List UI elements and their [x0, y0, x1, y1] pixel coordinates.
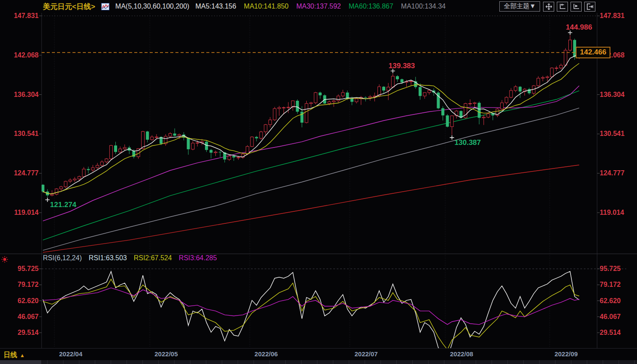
last-price-badge: 142.466	[576, 47, 610, 58]
date-label: 2022/05	[154, 350, 178, 358]
rsi-axis-label-left: 95.725	[0, 265, 39, 273]
price-axis-label-left: 119.014	[0, 208, 39, 217]
price-annotation: 144.986	[566, 23, 592, 32]
price-annotation: 139.383	[389, 62, 415, 70]
rsi-axis-label-right: 79.172	[600, 280, 621, 289]
rsi-header: RSI(6,12,24) RSI1:63.503RSI2:67.524RSI3:…	[43, 254, 217, 262]
ma-legend-item: MA5:143.156	[195, 3, 236, 10]
chart-canvas[interactable]	[0, 0, 637, 364]
price-axis-label-left: 147.831	[0, 12, 39, 20]
price-annotation: 130.387	[455, 138, 481, 147]
price-axis-label-left: 136.304	[0, 90, 39, 99]
price-axis-label-left: 142.068	[0, 51, 39, 60]
rsi-legend: RSI1:63.503RSI2:67.524RSI3:64.285	[89, 254, 217, 262]
header-controls: 全部主题▼	[499, 1, 637, 12]
date-axis-bar	[0, 348, 637, 361]
chart-toolbar	[543, 2, 595, 12]
ma-legend-item: MA60:136.867	[349, 3, 393, 10]
exit-chart-icon[interactable]	[584, 2, 595, 12]
price-axis-label-right: 136.304	[600, 90, 625, 99]
move-icon[interactable]	[543, 2, 554, 12]
date-label: 2022/06	[254, 350, 278, 358]
rsi-axis-label-right: 95.725	[600, 265, 621, 273]
price-annotation: 121.274	[50, 201, 76, 209]
rsi-axis-label-right: 46.067	[600, 313, 621, 321]
ma-legend-item: MA100:134.34	[401, 3, 446, 10]
axis-pan-right-icon[interactable]	[571, 2, 582, 12]
price-axis-label-left: 124.777	[0, 169, 39, 177]
price-axis-label-right: 119.014	[600, 208, 624, 217]
rsi-axis-label-left: 62.620	[0, 297, 39, 305]
period-arrow-icon: ▲	[20, 352, 25, 358]
date-label: 2022/07	[354, 350, 377, 358]
rsi-axis-label-left: 79.172	[0, 280, 39, 289]
period-label: 日线	[3, 351, 17, 360]
trading-terminal: 美元日元<日线> MA(5,10,30,60,100,200) MA5:143.…	[0, 0, 637, 364]
scrollbar-thumb[interactable]	[0, 360, 41, 364]
rsi-axis-label-right: 29.514	[600, 328, 621, 337]
chart-header: 美元日元<日线> MA(5,10,30,60,100,200) MA5:143.…	[0, 0, 637, 13]
date-label: 2022/04	[59, 350, 82, 358]
rsi-legend-item: RSI2:67.524	[134, 254, 172, 262]
line-chart-icon	[101, 3, 109, 10]
rsi-legend-item: RSI3:64.285	[179, 254, 217, 262]
price-axis-label-right: 130.541	[600, 129, 625, 138]
price-axis-label-right: 124.777	[600, 169, 625, 177]
symbol-title: 美元日元<日线>	[43, 2, 95, 12]
date-label: 2022/09	[555, 350, 578, 358]
indicator-marker-icon[interactable]	[1, 256, 9, 265]
axis-pan-left-icon[interactable]	[557, 2, 568, 12]
rsi-legend-item: RSI1:63.503	[89, 254, 127, 262]
ma-settings-label: MA(5,10,30,60,100,200)	[115, 3, 190, 10]
rsi-settings-label: RSI(6,12,24)	[43, 254, 82, 262]
ma-legend-item: MA10:141.850	[244, 3, 289, 10]
period-selector[interactable]: 日线 ▲	[3, 351, 25, 360]
chart-scrollbar[interactable]	[0, 360, 637, 364]
date-label: 2022/08	[450, 350, 473, 358]
theme-select-button[interactable]: 全部主题▼	[499, 1, 540, 12]
rsi-axis-label-left: 46.067	[0, 313, 39, 321]
price-axis-label-left: 130.541	[0, 129, 39, 138]
ma-legend: MA5:143.156MA10:141.850MA30:137.592MA60:…	[195, 3, 446, 10]
rsi-axis-label-right: 62.620	[600, 297, 621, 305]
price-axis-label-right: 147.831	[600, 12, 625, 20]
rsi-axis-label-left: 29.514	[0, 328, 39, 337]
ma-legend-item: MA30:137.592	[296, 3, 341, 10]
